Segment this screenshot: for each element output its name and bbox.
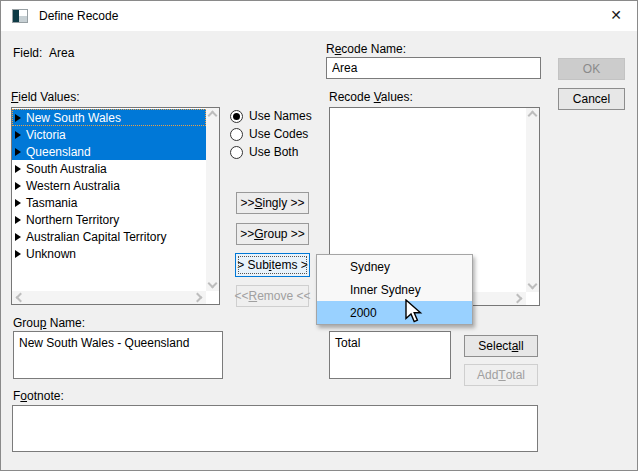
triangle-right-icon	[15, 148, 21, 156]
total-name-value: Total	[335, 336, 360, 350]
triangle-right-icon	[15, 131, 21, 139]
list-item-label: Northern Territory	[26, 213, 119, 227]
field-values-horizontal-scrollbar[interactable]	[12, 291, 206, 304]
scroll-down-icon[interactable]	[208, 279, 218, 289]
recode-name-input[interactable]	[326, 57, 541, 79]
radio-circle-icon[interactable]	[230, 110, 243, 123]
triangle-right-icon	[15, 233, 21, 241]
radio-use-both[interactable]: Use Both	[230, 143, 312, 161]
triangle-right-icon	[15, 199, 21, 207]
footnote-box[interactable]	[12, 405, 538, 452]
total-name-box[interactable]: Total	[329, 331, 451, 379]
recode-name-label: Recode Name:	[326, 42, 406, 56]
radio-use-names[interactable]: Use Names	[230, 107, 312, 125]
add-total-button[interactable]: Add Total	[464, 364, 538, 386]
field-values-label: Field Values:	[11, 90, 80, 104]
ok-button[interactable]: OK	[558, 58, 625, 80]
group-name-box[interactable]: New South Wales - Queensland	[13, 331, 223, 379]
scroll-left-icon[interactable]	[16, 293, 26, 303]
window-title: Define Recode	[39, 9, 118, 23]
scroll-up-icon[interactable]	[528, 111, 538, 121]
radio-circle-icon[interactable]	[230, 146, 243, 159]
select-all-button[interactable]: Select all	[464, 335, 538, 357]
footnote-label: Footnote:	[13, 389, 64, 403]
title-bar[interactable]: Define Recode ✕	[1, 1, 637, 31]
triangle-right-icon	[15, 216, 21, 224]
radio-use-codes[interactable]: Use Codes	[230, 125, 312, 143]
field-label: Field:	[13, 46, 42, 60]
use-names-radio-group: Use NamesUse CodesUse Both	[230, 107, 312, 161]
radio-label: Use Codes	[249, 127, 308, 141]
recode-values-vertical-scrollbar[interactable]	[526, 108, 539, 292]
scroll-right-icon[interactable]	[193, 293, 203, 303]
triangle-right-icon	[15, 165, 21, 173]
field-value: Area	[49, 46, 74, 60]
scroll-down-icon[interactable]	[528, 280, 538, 290]
list-item[interactable]: Western Australia	[12, 177, 206, 194]
triangle-right-icon	[15, 250, 21, 258]
group-button[interactable]: >> Group >>	[236, 223, 309, 245]
group-name-label: Group Name:	[13, 316, 85, 330]
field-values-listbox: New South WalesVictoriaQueenslandSouth A…	[11, 107, 220, 305]
list-item[interactable]: South Australia	[12, 160, 206, 177]
list-item-label: Unknown	[26, 247, 76, 261]
app-icon	[12, 9, 28, 23]
menu-item-inner-sydney[interactable]: Inner Sydney	[317, 278, 472, 301]
group-name-value: New South Wales - Queensland	[19, 336, 189, 350]
list-item-label: Queensland	[26, 145, 91, 159]
field-values-vertical-scrollbar[interactable]	[206, 108, 219, 291]
menu-item-sydney[interactable]: Sydney	[317, 255, 472, 278]
list-item[interactable]: New South Wales	[12, 109, 206, 126]
list-item-label: Tasmania	[26, 196, 77, 210]
radio-label: Use Both	[249, 145, 298, 159]
list-item[interactable]: Unknown	[12, 245, 206, 262]
menu-item-2000[interactable]: 2000	[317, 301, 472, 324]
field-values-list[interactable]: New South WalesVictoriaQueenslandSouth A…	[12, 108, 206, 291]
list-item[interactable]: Queensland	[12, 143, 206, 160]
list-item-label: Australian Capital Territory	[26, 230, 167, 244]
radio-label: Use Names	[249, 109, 312, 123]
close-icon[interactable]: ✕	[610, 7, 622, 23]
list-item-label: Western Australia	[26, 179, 120, 193]
singly-button[interactable]: >> Singly >>	[236, 192, 309, 214]
triangle-right-icon	[15, 182, 21, 190]
scroll-up-icon[interactable]	[208, 111, 218, 121]
radio-circle-icon[interactable]	[230, 128, 243, 141]
triangle-right-icon	[15, 114, 21, 122]
scroll-right-icon[interactable]	[513, 294, 523, 304]
remove-button[interactable]: << Remove <<	[236, 285, 309, 307]
recode-values-label: Recode Values:	[329, 90, 413, 104]
define-recode-dialog: Define Recode ✕ Field: Area Recode Name:…	[0, 0, 638, 471]
list-item[interactable]: Tasmania	[12, 194, 206, 211]
subitems-popup-menu: SydneyInner Sydney2000	[316, 254, 473, 325]
list-item-label: New South Wales	[26, 111, 121, 125]
list-item[interactable]: Northern Territory	[12, 211, 206, 228]
list-item[interactable]: Australian Capital Territory	[12, 228, 206, 245]
list-item[interactable]: Victoria	[12, 126, 206, 143]
list-item-label: Victoria	[26, 128, 66, 142]
cancel-button[interactable]: Cancel	[558, 88, 625, 110]
subitems-button[interactable]: > Subitems >	[235, 253, 310, 277]
list-item-label: South Australia	[26, 162, 107, 176]
